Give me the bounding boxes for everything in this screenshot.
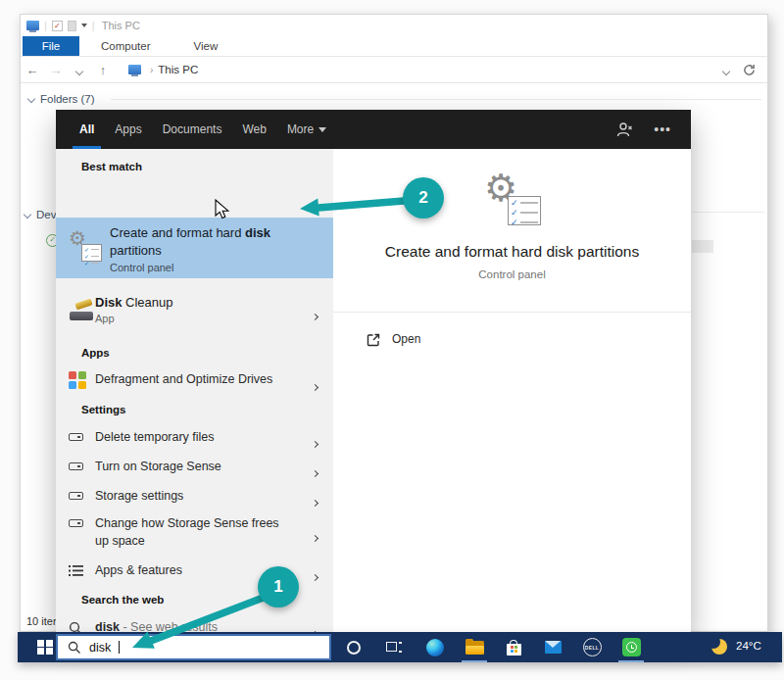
separator: | xyxy=(44,20,47,31)
new-folder-icon[interactable] xyxy=(68,21,76,31)
task-view-button[interactable] xyxy=(374,632,414,662)
tab-file[interactable]: File xyxy=(23,36,79,56)
expand-chevron-icon[interactable] xyxy=(313,306,318,323)
title-text: Create and format hard xyxy=(110,225,245,240)
tab-all[interactable]: All xyxy=(79,110,94,149)
disk-management-icon: ⚙ ✓ ✓ ✓ xyxy=(69,230,102,262)
detail-subtitle: Control panel xyxy=(333,268,691,280)
more-options-icon[interactable]: ••• xyxy=(654,121,671,137)
properties-icon[interactable]: ✓ xyxy=(52,21,63,31)
result-title: Storage settings xyxy=(95,489,183,503)
section-best-match: Best match xyxy=(81,161,142,172)
mail-button[interactable] xyxy=(533,632,572,662)
quick-access-toolbar-dropdown-icon[interactable] xyxy=(81,24,87,27)
result-storage-settings[interactable]: Storage settings xyxy=(56,482,333,511)
expand-chevron-icon[interactable] xyxy=(313,376,318,394)
file-explorer-button[interactable] xyxy=(455,632,494,662)
collapse-icon[interactable] xyxy=(24,211,31,219)
result-disk-cleanup[interactable]: Disk Cleanup App xyxy=(56,288,333,335)
expand-chevron-icon[interactable] xyxy=(313,527,318,545)
result-title: Disk Cleanup App xyxy=(95,295,173,324)
address-dropdown-icon[interactable] xyxy=(723,63,729,77)
detail-title: Create and format hard disk partitions xyxy=(333,243,691,261)
defragment-icon xyxy=(69,371,86,389)
step-badge-2: 2 xyxy=(403,177,444,219)
open-action[interactable]: Open xyxy=(333,323,691,357)
expand-chevron-icon[interactable] xyxy=(313,433,318,451)
title-text: partitions xyxy=(110,243,162,258)
temperature-label[interactable]: 24°C xyxy=(736,640,761,652)
tab-documents-label: Documents xyxy=(163,122,222,136)
cortana-icon xyxy=(347,641,361,655)
weather-moon-icon[interactable] xyxy=(711,639,728,656)
mail-icon xyxy=(545,641,562,654)
result-title: Apps & features xyxy=(95,563,182,577)
tab-more[interactable]: More xyxy=(287,110,326,149)
folders-group-header[interactable]: Folders (7) xyxy=(28,93,95,105)
group-divider xyxy=(111,99,761,100)
result-defragment[interactable]: Defragment and Optimize Drives xyxy=(56,364,333,396)
best-match-title: Create and format hard disk partitions C… xyxy=(110,224,311,275)
this-pc-icon xyxy=(26,21,39,30)
storage-icon xyxy=(69,492,83,500)
edge-button[interactable] xyxy=(416,632,455,662)
taskbar-search-input[interactable]: disk xyxy=(56,634,331,660)
search-input-value: disk xyxy=(89,641,111,655)
search-flyout-header: All Apps Documents Web More ••• xyxy=(56,110,691,149)
store-button[interactable] xyxy=(494,632,533,662)
result-title: Delete temporary files xyxy=(95,430,215,444)
file-explorer-icon xyxy=(466,641,484,655)
breadcrumb-pc-icon xyxy=(128,65,141,74)
alarms-clock-button[interactable] xyxy=(612,632,651,662)
tab-apps-label: Apps xyxy=(115,122,141,136)
storage-icon xyxy=(69,433,83,441)
tab-computer[interactable]: Computer xyxy=(79,36,172,56)
title-bar: | ✓ | This PC xyxy=(21,15,767,36)
up-button[interactable]: ↑ xyxy=(91,63,115,77)
storage-icon xyxy=(69,519,83,527)
result-storage-sense-on[interactable]: Turn on Storage Sense xyxy=(56,453,333,482)
result-storage-sense-frees[interactable]: Change how Storage Sense frees up space xyxy=(56,511,333,555)
section-search-web: Search the web xyxy=(81,594,164,606)
drive-item-partial xyxy=(692,240,713,253)
result-title: Change how Storage Sense frees up space xyxy=(95,514,291,550)
tab-documents[interactable]: Documents xyxy=(163,110,222,149)
recent-locations-icon[interactable] xyxy=(68,63,91,77)
step-badge-1: 1 xyxy=(258,566,299,607)
breadcrumb[interactable]: This PC xyxy=(158,64,198,75)
disk-cleanup-icon xyxy=(69,299,98,322)
apps-list-icon xyxy=(69,564,83,577)
running-indicator xyxy=(462,660,487,663)
ribbon-tabs: File Computer View xyxy=(21,36,767,57)
result-delete-temp-files[interactable]: Delete temporary files xyxy=(56,423,333,453)
dell-button[interactable]: DELL xyxy=(572,632,612,662)
group-divider xyxy=(692,212,764,213)
status-bar-item-count: 10 items xyxy=(26,615,59,627)
open-icon xyxy=(366,332,381,348)
expand-chevron-icon[interactable] xyxy=(313,492,318,510)
search-detail-pane: ⚙ ✓ ✓ ✓ Create and format hard disk part… xyxy=(333,149,691,632)
forward-button[interactable]: → xyxy=(44,63,68,77)
chevron-down-icon xyxy=(318,127,326,132)
account-icon[interactable] xyxy=(615,121,634,138)
section-apps: Apps xyxy=(81,347,110,359)
result-type: App xyxy=(95,313,173,324)
storage-icon xyxy=(69,462,83,470)
collapse-icon[interactable] xyxy=(27,95,35,103)
tab-more-label: More xyxy=(287,122,314,136)
refresh-icon[interactable] xyxy=(743,64,756,76)
cortana-button[interactable] xyxy=(334,632,373,662)
title-bold-text: disk xyxy=(245,225,270,240)
expand-chevron-icon[interactable] xyxy=(313,566,318,584)
tab-web[interactable]: Web xyxy=(242,110,266,149)
windows-logo-icon xyxy=(37,640,53,656)
search-icon xyxy=(68,641,81,655)
separator: | xyxy=(92,20,95,31)
tab-view[interactable]: View xyxy=(172,36,240,56)
expand-chevron-icon[interactable] xyxy=(313,462,318,480)
best-match-result[interactable]: ⚙ ✓ ✓ ✓ Create and format hard disk part… xyxy=(56,218,333,278)
section-settings: Settings xyxy=(81,404,125,415)
tab-web-label: Web xyxy=(242,122,266,136)
back-button[interactable]: ← xyxy=(21,63,44,77)
tab-apps[interactable]: Apps xyxy=(115,110,141,149)
